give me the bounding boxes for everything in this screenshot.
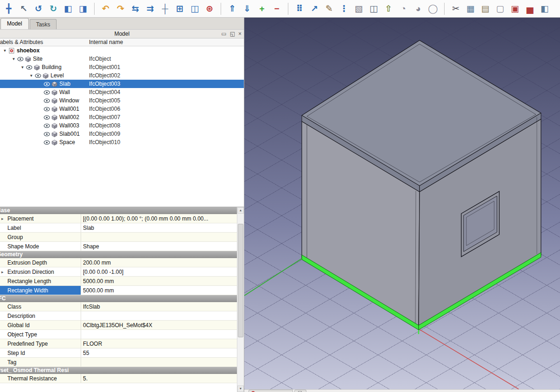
tree-row-building[interactable]: ▼BuildingIfcObject001 (0, 63, 244, 71)
property-row[interactable]: Global Id0ClbtgJE135OH_SeMot$4X (0, 321, 237, 330)
working-plane-icon[interactable]: ◫ (189, 2, 201, 15)
view-isometric-icon[interactable]: ◧ (62, 2, 74, 15)
visibility-eye-icon[interactable] (43, 132, 51, 137)
property-group-header[interactable]: IFC (0, 295, 237, 302)
property-value[interactable]: Shape (81, 242, 237, 251)
property-group-header[interactable]: Pset_ Osmod Thermal Resi (0, 367, 237, 374)
fit-width-icon[interactable]: ⇆ (129, 2, 141, 15)
visibility-eye-icon[interactable] (34, 73, 42, 78)
point-array-icon[interactable]: ✎ (323, 2, 335, 15)
property-row[interactable]: ClassIfcSlab (0, 302, 237, 311)
property-name[interactable]: Object Type (0, 330, 81, 339)
property-scrollbar[interactable]: ▲ ▼ (237, 207, 244, 392)
property-name[interactable]: Extrusion Depth (0, 258, 81, 267)
tab-tasks[interactable]: Tasks (30, 19, 57, 29)
visibility-eye-icon[interactable] (43, 123, 51, 128)
rotate-left-icon[interactable]: ↺ (32, 2, 45, 15)
property-row[interactable]: Group (0, 233, 237, 242)
visibility-eye-icon[interactable] (17, 57, 24, 62)
property-value[interactable] (81, 233, 237, 241)
3d-viewport[interactable] (244, 18, 560, 389)
tree-row-slab[interactable]: SlabIfcObject003 (0, 80, 244, 88)
extrude-icon[interactable]: ⇧ (382, 2, 395, 15)
property-value[interactable]: [(0.00 0.00 1.00); 0.00 °; (0.00 mm 0.00… (81, 214, 237, 223)
tree-row-shoebox[interactable]: ▼shoebox (0, 46, 244, 55)
clone-icon[interactable]: ▧ (353, 2, 365, 15)
property-group-header[interactable]: Base (0, 207, 237, 214)
property-value[interactable] (81, 358, 237, 367)
property-value[interactable]: 0ClbtgJE135OH_SeMot$4X (81, 321, 237, 329)
add-icon[interactable]: + (256, 2, 268, 15)
expander-icon[interactable]: ▼ (28, 74, 34, 78)
snap-cross-icon[interactable]: ┼ (159, 2, 171, 15)
document-icon[interactable]: ▢ (494, 2, 506, 15)
remove-icon[interactable]: − (271, 2, 283, 15)
property-name[interactable]: Thermal Resistance (0, 374, 81, 383)
tree-row-space[interactable]: SpaceIfcObject010 (0, 138, 244, 146)
property-row[interactable]: LabelSlab (0, 223, 237, 233)
scrollbar-thumb[interactable] (238, 224, 243, 337)
visibility-eye-icon[interactable] (25, 65, 33, 70)
redo-icon[interactable]: ↷ (115, 2, 127, 15)
select-arrow-icon[interactable]: ↖ (18, 2, 30, 15)
expand-arrow-icon[interactable]: ▸ (1, 270, 4, 274)
tree-header-labels[interactable]: Labels & Attributes (0, 39, 43, 45)
property-value[interactable]: Slab (81, 223, 237, 232)
property-value[interactable]: 5. (81, 374, 237, 383)
property-value[interactable]: 5000.00 mm (81, 286, 237, 295)
property-row[interactable]: ▸Extrusion Direction[0.00 0.00 -1.00] (0, 267, 237, 277)
tree-row-slab001[interactable]: Slab001IfcObject009 (0, 130, 244, 138)
tree-row-wall[interactable]: WallIfcObject004 (0, 88, 244, 96)
property-name[interactable]: Global Id (0, 321, 81, 329)
mdi-tab-document[interactable] (294, 390, 306, 392)
tree-row-level[interactable]: ▼LevelIfcObject002 (0, 71, 244, 80)
property-row[interactable]: Step Id55 (0, 348, 237, 358)
property-row[interactable]: ▸Placement[(0.00 0.00 1.00); 0.00 °; (0.… (0, 214, 237, 223)
property-row[interactable]: Tag (0, 358, 237, 367)
property-row[interactable]: Description (0, 311, 237, 321)
dock-close-button[interactable]: × (238, 30, 242, 38)
move-up-icon[interactable]: ⇑ (226, 2, 238, 15)
expander-icon[interactable]: ▼ (11, 57, 17, 61)
snap-sphere-icon[interactable]: ⊛ (204, 2, 216, 15)
dock-restore-button[interactable]: ◱ (230, 30, 235, 38)
property-row[interactable]: Thermal Resistance5. (0, 374, 237, 383)
tree-row-window[interactable]: WindowIfcObject005 (0, 96, 244, 105)
tree-header-internal-name[interactable]: Internal name (89, 39, 123, 45)
visibility-eye-icon[interactable] (43, 115, 51, 120)
property-name[interactable]: ▸Placement (0, 214, 81, 223)
visibility-eye-icon[interactable] (43, 107, 51, 112)
visibility-eye-icon[interactable] (43, 98, 51, 103)
clipped-edge-icon[interactable]: ◧ (539, 2, 551, 15)
mirror-icon[interactable]: ◫ (368, 2, 380, 15)
tree-row-wall002[interactable]: Wall002IfcObject007 (0, 113, 244, 121)
property-name[interactable]: ▸Extrusion Direction (0, 267, 81, 276)
sphere-icon[interactable]: ◕ (412, 2, 424, 15)
property-name[interactable]: Label (0, 223, 81, 232)
property-row[interactable]: Predefined TypeFLOOR (0, 339, 237, 348)
move-down-icon[interactable]: ⇓ (241, 2, 253, 15)
rect-array-icon[interactable]: ⠿ (293, 2, 305, 15)
ellipse-icon[interactable]: ◯ (427, 2, 439, 15)
property-name[interactable]: Rectangle Length (0, 277, 81, 285)
ifc-document-icon[interactable]: ▣ (509, 2, 521, 15)
property-name[interactable]: Shape Mode (0, 242, 81, 251)
property-value[interactable]: FLOOR (81, 339, 237, 348)
property-value[interactable] (81, 330, 237, 339)
arrows-merge-icon[interactable]: ⇉ (144, 2, 156, 15)
visibility-eye-icon[interactable] (43, 140, 51, 145)
chart-icon[interactable]: ▅ (524, 2, 536, 15)
spreadsheet-icon[interactable]: ▦ (465, 2, 477, 15)
property-value[interactable]: [0.00 0.00 -1.00] (81, 267, 237, 276)
orbit-view-icon[interactable]: ↻ (47, 2, 59, 15)
property-name[interactable]: Rectangle Width (0, 286, 81, 295)
expander-icon[interactable]: ▼ (2, 49, 8, 53)
tree-row-wall001[interactable]: Wall001IfcObject006 (0, 105, 244, 113)
scroll-down-icon[interactable]: ▼ (237, 386, 244, 392)
property-row[interactable]: Rectangle Length5000.00 mm (0, 277, 237, 286)
scrollbar-track[interactable] (237, 214, 244, 386)
slice-icon[interactable]: ◔ (397, 2, 409, 15)
dock-float-button[interactable]: ▭ (221, 30, 226, 38)
polar-array-icon[interactable]: ⋮ (338, 2, 350, 15)
cut-plane-icon[interactable]: ✂ (450, 2, 462, 15)
